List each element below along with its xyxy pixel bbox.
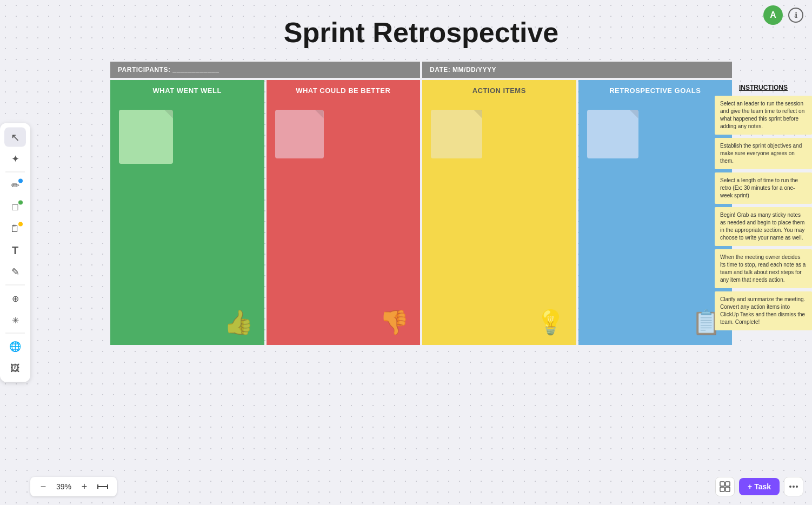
instructions-panel: INSTRUCTIONS Select an leader to run the… — [715, 84, 812, 330]
column-header-retro-goals: RETROSPECTIVE GOALS — [578, 80, 733, 101]
zoom-control: − 39% + — [30, 477, 117, 496]
toolbar-divider-3 — [5, 333, 25, 334]
info-bar: PARTICIPANTS: ____________ DATE: MM/DD/Y… — [110, 62, 732, 78]
date-field[interactable]: DATE: MM/DD/YYYY — [422, 62, 732, 78]
svg-point-7 — [789, 486, 791, 488]
column-could-be-better: WHAT COULD BE BETTER 👎 — [267, 80, 421, 345]
sticky-note[interactable] — [275, 110, 324, 158]
globe-tool[interactable]: 🌐 — [4, 337, 26, 356]
instructions-title: INSTRUCTIONS — [715, 84, 812, 91]
thumbs-down-icon: 👎 — [380, 308, 409, 336]
svg-point-8 — [793, 486, 795, 488]
grid-view-button[interactable] — [715, 477, 735, 496]
svg-rect-5 — [720, 487, 724, 491]
instruction-card-5: When the meeting owner decides its time … — [715, 249, 812, 288]
info-icon[interactable]: ℹ — [788, 8, 803, 23]
instruction-card-4: Begin! Grab as many sticky notes as need… — [715, 207, 812, 246]
sticky-note[interactable] — [587, 110, 638, 158]
cursor-tool[interactable]: ↖ — [4, 128, 26, 147]
column-action-items: ACTION ITEMS 💡 — [422, 80, 576, 345]
column-body-went-well[interactable]: 👍 — [110, 101, 264, 345]
instruction-card-1: Select an leader to run the session and … — [715, 96, 812, 135]
sticky-note[interactable] — [119, 110, 173, 164]
text-tool[interactable]: T — [4, 241, 26, 260]
sticky-tool[interactable]: 🗒 — [4, 219, 26, 238]
toolbar-divider-1 — [5, 172, 25, 172]
column-body-action-items[interactable]: 💡 — [422, 101, 576, 345]
fit-to-screen-button[interactable] — [95, 480, 110, 493]
column-header-went-well: WHAT WENT WELL — [110, 80, 264, 101]
columns-wrapper: WHAT WENT WELL 👍 WHAT COULD BE BETTER 👎 … — [110, 80, 732, 345]
sticky-note[interactable] — [431, 110, 482, 158]
svg-rect-3 — [720, 482, 724, 486]
zoom-out-button[interactable]: − — [37, 480, 50, 493]
thumbs-up-icon: 👍 — [224, 308, 254, 336]
svg-rect-4 — [726, 482, 730, 486]
ai-tool[interactable]: ✳ — [4, 310, 26, 330]
svg-point-9 — [796, 486, 798, 488]
sparkle-tool[interactable]: ✦ — [4, 149, 26, 169]
instruction-card-3: Select a length of time to run the retro… — [715, 172, 812, 204]
main-canvas: Sprint Retrospective PARTICIPANTS: _____… — [30, 0, 812, 505]
pencil-tool[interactable]: ✎ — [4, 262, 26, 282]
column-retro-goals: RETROSPECTIVE GOALS 📋 — [578, 80, 733, 345]
svg-rect-6 — [726, 487, 730, 491]
zoom-in-button[interactable]: + — [78, 480, 91, 493]
left-toolbar: ↖ ✦ ✏ □ 🗒 T ✎ ⊕ ✳ 🌐 🖼 — [0, 123, 30, 382]
lightbulb-icon: 💡 — [536, 308, 565, 336]
column-body-could-be-better[interactable]: 👎 — [267, 101, 421, 345]
bottom-toolbar: − 39% + — [30, 477, 117, 496]
column-body-retro-goals[interactable]: 📋 — [578, 101, 733, 345]
column-went-well: WHAT WENT WELL 👍 — [110, 80, 264, 345]
zoom-level: 39% — [54, 482, 74, 491]
column-header-could-be-better: WHAT COULD BE BETTER — [267, 80, 421, 101]
image-tool[interactable]: 🖼 — [4, 358, 26, 378]
shape-tool[interactable]: □ — [4, 197, 26, 217]
bottom-right-actions: + Task — [715, 477, 803, 496]
instruction-card-6: Clarify and summarize the meeting. Conve… — [715, 291, 812, 330]
more-options-button[interactable] — [784, 477, 803, 496]
connect-tool[interactable]: ⊕ — [4, 289, 26, 308]
add-task-button[interactable]: + Task — [739, 478, 780, 495]
user-avatar[interactable]: A — [763, 5, 783, 25]
column-header-action-items: ACTION ITEMS — [422, 80, 576, 101]
pen-tool[interactable]: ✏ — [4, 176, 26, 195]
instruction-card-2: Establish the sprint objectives and make… — [715, 138, 812, 169]
toolbar-divider-2 — [5, 285, 25, 285]
page-title: Sprint Retrospective — [284, 16, 559, 49]
participants-field[interactable]: PARTICIPANTS: ____________ — [110, 62, 420, 78]
